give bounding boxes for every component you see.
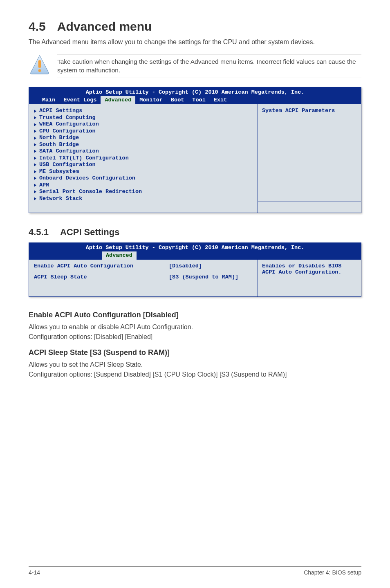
setting-label: Enable ACPI Auto Configuration <box>34 263 169 270</box>
intro-paragraph: The Advanced menu items allow you to cha… <box>29 38 361 47</box>
bios-header: Aptio Setup Utility - Copyright (C) 2010… <box>29 88 361 104</box>
menu-item-label: ME Subsystem <box>39 168 79 175</box>
menu-item: WHEA Configuration <box>34 121 253 128</box>
section-title-text: Advanced menu <box>57 20 152 33</box>
triangle-icon <box>34 163 36 166</box>
bios-tab-tool: Tool <box>188 96 209 104</box>
bios-tab-main: Main <box>38 96 59 104</box>
setting1-desc: Allows you to enable or disable ACPI Aut… <box>29 323 361 332</box>
svg-point-1 <box>38 69 41 72</box>
bios-tab-monitor: Monitor <box>135 96 167 104</box>
setting2-options: Configuration options: [Suspend Disabled… <box>29 370 361 379</box>
bios-tab-advanced: Advanced <box>102 251 137 260</box>
setting1-heading: Enable ACPI Auto Configuration [Disabled… <box>29 311 361 319</box>
menu-item-label: Trusted Computing <box>39 114 96 121</box>
menu-item: ME Subsystem <box>34 168 253 175</box>
triangle-icon <box>34 130 36 133</box>
menu-item: Intel TXT(LT) Configuration <box>34 155 253 162</box>
bios-body: ACPI Settings Trusted Computing WHEA Con… <box>29 104 361 213</box>
caution-icon <box>29 54 51 76</box>
bios-tab-exit: Exit <box>210 96 231 104</box>
triangle-icon <box>34 177 36 180</box>
bios-body: Enable ACPI Auto Configuration [Disabled… <box>29 260 361 296</box>
note-text-container: Take caution when changing the settings … <box>57 54 361 79</box>
setting-value: [Disabled] <box>169 263 202 270</box>
bios-help-pane: Enables or Disables BIOS ACPI Auto Confi… <box>258 260 361 296</box>
menu-item: North Bridge <box>34 135 253 141</box>
spacer <box>34 270 253 274</box>
note-text: Take caution when changing the settings … <box>57 58 361 75</box>
setting-label: ACPI Sleep State <box>34 274 169 281</box>
setting-value: [S3 (Suspend to RAM)] <box>169 274 238 281</box>
menu-item: South Bridge <box>34 141 253 148</box>
triangle-icon <box>34 170 36 173</box>
triangle-icon <box>34 190 36 193</box>
triangle-icon <box>34 137 36 140</box>
bios-tab-boot: Boot <box>167 96 188 104</box>
chapter-label: Chapter 4: BIOS setup <box>304 569 361 576</box>
setting2-desc: Allows you to set the ACPI Sleep State. <box>29 360 361 369</box>
bios-tab-bar: Main Event Logs Advanced Monitor Boot To… <box>32 96 358 104</box>
subsection-number: 4.5.1 <box>29 227 49 238</box>
menu-item-label: Network Stack <box>39 195 82 202</box>
bios-tab-eventlogs: Event Logs <box>59 96 101 104</box>
setting-row: ACPI Sleep State [S3 (Suspend to RAM)] <box>34 274 253 281</box>
page-footer: 4-14 Chapter 4: BIOS setup <box>29 566 361 576</box>
bios-settings-list: Enable ACPI Auto Configuration [Disabled… <box>29 260 258 296</box>
bios-title: Aptio Setup Utility - Copyright (C) 2010… <box>32 245 358 251</box>
triangle-icon <box>34 184 36 187</box>
menu-item-label: CPU Configuration <box>39 128 96 135</box>
bios-menu-list: ACPI Settings Trusted Computing WHEA Con… <box>29 104 258 213</box>
triangle-icon <box>34 116 36 119</box>
menu-item-label: SATA Configuration <box>39 148 99 155</box>
menu-item: CPU Configuration <box>34 128 253 135</box>
menu-item-label: WHEA Configuration <box>39 121 99 128</box>
triangle-icon <box>34 123 36 126</box>
setting-row: Enable ACPI Auto Configuration [Disabled… <box>34 263 253 270</box>
menu-item-label: ACPI Settings <box>39 108 82 114</box>
triangle-icon <box>34 150 36 153</box>
menu-item-label: Serial Port Console Redirection <box>39 189 142 195</box>
menu-item-label: Intel TXT(LT) Configuration <box>39 155 129 162</box>
menu-item: ACPI Settings <box>34 108 253 114</box>
triangle-icon <box>34 197 36 200</box>
menu-item-label: North Bridge <box>39 135 79 141</box>
bios-acpi-settings-screenshot: Aptio Setup Utility - Copyright (C) 2010… <box>29 242 361 297</box>
menu-item: Onboard Devices Configuration <box>34 175 253 182</box>
menu-item: Trusted Computing <box>34 114 253 121</box>
menu-item: SATA Configuration <box>34 148 253 155</box>
bios-title: Aptio Setup Utility - Copyright (C) 2010… <box>32 89 358 95</box>
caution-note: Take caution when changing the settings … <box>29 54 361 79</box>
menu-item-label: USB Configuration <box>39 162 96 168</box>
bios-help-pane: System ACPI Parameters <box>258 104 361 213</box>
subsection-heading: 4.5.1ACPI Settings <box>29 227 361 238</box>
subsection-title-text: ACPI Settings <box>60 227 119 237</box>
menu-item: Serial Port Console Redirection <box>34 189 253 195</box>
page-number: 4-14 <box>29 569 40 576</box>
menu-item-label: South Bridge <box>39 141 79 148</box>
triangle-icon <box>34 157 36 160</box>
bios-tab-advanced: Advanced <box>101 96 135 104</box>
menu-item-label: APM <box>39 182 49 189</box>
bios-help-text: Enables or Disables BIOS ACPI Auto Confi… <box>258 260 361 296</box>
menu-item-label: Onboard Devices Configuration <box>39 175 135 182</box>
menu-item: APM <box>34 182 253 189</box>
bios-help-text: System ACPI Parameters <box>258 104 361 202</box>
triangle-icon <box>34 143 36 146</box>
bios-help-bottom <box>258 202 361 213</box>
menu-item: USB Configuration <box>34 162 253 168</box>
bios-tab-bar: Advanced <box>32 251 358 260</box>
triangle-icon <box>34 110 36 113</box>
section-number: 4.5 <box>29 20 46 34</box>
menu-item: Network Stack <box>34 195 253 202</box>
bios-header: Aptio Setup Utility - Copyright (C) 2010… <box>29 243 361 260</box>
svg-rect-0 <box>38 60 41 68</box>
section-heading: 4.5Advanced menu <box>29 20 361 34</box>
bios-advanced-menu-screenshot: Aptio Setup Utility - Copyright (C) 2010… <box>29 87 361 213</box>
setting2-heading: ACPI Sleep State [S3 (Suspend to RAM)] <box>29 348 361 357</box>
setting1-options: Configuration options: [Disabled] [Enabl… <box>29 332 361 341</box>
